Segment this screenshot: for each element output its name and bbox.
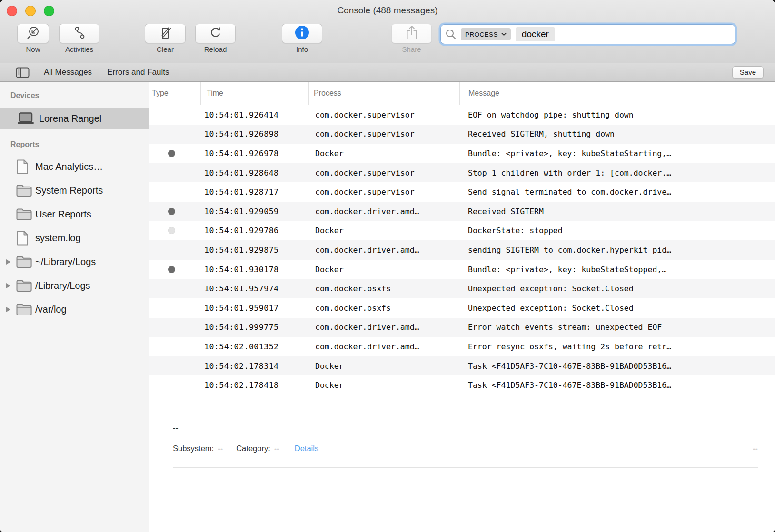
now-button[interactable]: Now (17, 24, 49, 53)
time-cell: 10:54:01.930178 (200, 265, 308, 274)
type-cell (149, 227, 200, 234)
time-cell: 10:54:01.929059 (200, 207, 308, 216)
table-row[interactable]: 10:54:01.957974com.docker.osxfsUnexpecte… (149, 279, 775, 298)
sidebar-item-device[interactable]: Lorena Rangel (0, 108, 149, 129)
type-cell (149, 266, 200, 273)
reload-button[interactable]: Reload (195, 24, 236, 53)
message-cell: Bundle: <private>, key: kubeStateStopped… (459, 265, 775, 274)
process-cell: com.docker.supervisor (308, 129, 459, 138)
activities-button[interactable]: Activities (59, 24, 99, 53)
process-cell: Docker (308, 265, 459, 274)
sidebar-item-system-reports[interactable]: System Reports (0, 178, 149, 202)
sidebar-item-mac-analytics[interactable]: Mac Analytics… (0, 155, 149, 178)
details-link[interactable]: Details (295, 444, 318, 453)
info-icon (295, 25, 309, 42)
message-cell: EOF on watchdog pipe: shutting down (459, 110, 775, 119)
tab-all-messages[interactable]: All Messages (44, 68, 92, 77)
sidebar-item-library-logs[interactable]: /Library/Logs (0, 274, 149, 297)
window-body: Devices Lorena Rangel Reports Mac Analyt… (0, 82, 775, 532)
info-button[interactable]: Info (282, 24, 322, 53)
search-query-token[interactable]: docker (516, 27, 555, 41)
sidebar-report-list: Mac Analytics…System ReportsUser Reports… (0, 155, 149, 321)
clear-icon (158, 26, 172, 42)
log-level-dot (168, 208, 175, 215)
traffic-lights (7, 6, 54, 16)
log-level-dot (168, 150, 175, 157)
column-header-process[interactable]: Process (308, 82, 459, 105)
table-row[interactable]: 10:54:01.926978DockerBundle: <private>, … (149, 144, 775, 163)
detail-message-placeholder: -- (173, 424, 758, 433)
table-row[interactable]: 10:54:02.001352com.docker.driver.amd…Err… (149, 337, 775, 356)
filter-bar: All Messages Errors and Faults Save (0, 63, 775, 82)
sidebar-item-var-log[interactable]: /var/log (0, 297, 149, 321)
table-row[interactable]: 10:54:02.178314DockerTask <F41D5AF3-7C10… (149, 356, 775, 376)
sidebar-heading-devices: Devices (0, 91, 149, 102)
table-row[interactable]: 10:54:01.928648com.docker.supervisorStop… (149, 163, 775, 183)
detail-meta-row: Subsystem: -- Category: -- Details -- (173, 444, 758, 453)
message-cell: Stop 1 children with order 1: [com.docke… (459, 168, 775, 177)
process-cell: Docker (308, 362, 459, 371)
toggle-sidebar-button[interactable] (16, 67, 30, 78)
close-window-button[interactable] (7, 6, 17, 16)
table-row[interactable]: 10:54:01.928717com.docker.supervisorSend… (149, 182, 775, 202)
search-filter-token[interactable]: PROCESS (461, 28, 511, 40)
table-row[interactable]: 10:54:02.178418DockerTask <F41D5AF3-7C10… (149, 375, 775, 395)
disclosure-triangle-icon[interactable] (6, 306, 16, 313)
process-cell: com.docker.driver.amd… (308, 207, 459, 216)
message-cell: DockerState: stopped (459, 226, 775, 235)
toolbar: Now Activities Clear (0, 19, 775, 63)
message-cell: Task <F41D5AF3-7C10-467E-83BB-91BAD0D53B… (459, 381, 775, 390)
table-row[interactable]: 10:54:01.930178DockerBundle: <private>, … (149, 260, 775, 279)
table-row[interactable]: 10:54:01.929875com.docker.driver.amd…sen… (149, 240, 775, 260)
sidebar-item-user-reports[interactable]: User Reports (0, 202, 149, 226)
sidebar-item-library-logs[interactable]: ~/Library/Logs (0, 250, 149, 274)
reload-icon (209, 26, 223, 42)
table-row[interactable]: 10:54:01.926414com.docker.supervisorEOF … (149, 105, 775, 125)
table-row[interactable]: 10:54:01.929786DockerDockerState: stoppe… (149, 221, 775, 241)
category-value: -- (274, 444, 279, 453)
table-row[interactable]: 10:54:01.929059com.docker.driver.amd…Rec… (149, 202, 775, 221)
disclosure-triangle-icon[interactable] (6, 259, 16, 265)
zoom-window-button[interactable] (44, 6, 54, 16)
folder-icon (16, 184, 35, 197)
column-header-time[interactable]: Time (200, 82, 308, 105)
save-button[interactable]: Save (732, 66, 764, 79)
window-chrome: Console (488 messages) Now Activities (0, 0, 775, 63)
time-cell: 10:54:01.926978 (200, 149, 308, 158)
subsystem-label: Subsystem: (173, 444, 214, 453)
time-cell: 10:54:02.001352 (200, 342, 308, 351)
jump-to-now-icon (26, 26, 40, 42)
share-button[interactable]: Share (391, 24, 432, 53)
column-header-type[interactable]: Type (149, 82, 200, 105)
console-window: Console (488 messages) Now Activities (0, 0, 775, 532)
clear-button[interactable]: Clear (145, 24, 186, 53)
sidebar-item-label: System Reports (35, 185, 103, 196)
sidebar-item-label: User Reports (35, 209, 91, 220)
document-icon (16, 231, 35, 246)
search-icon (446, 29, 456, 39)
disclosure-triangle-icon[interactable] (6, 283, 16, 289)
time-cell: 10:54:01.957974 (200, 284, 308, 293)
tab-errors-and-faults[interactable]: Errors and Faults (107, 68, 169, 77)
window-title: Console (488 messages) (0, 0, 775, 16)
table-row[interactable]: 10:54:01.999775com.docker.driver.amd…Err… (149, 318, 775, 337)
message-cell: Unexpected exception: Socket.Closed (459, 284, 775, 293)
type-cell (149, 150, 200, 157)
time-cell: 10:54:01.929786 (200, 226, 308, 235)
time-cell: 10:54:01.928648 (200, 168, 308, 177)
subsystem-value: -- (218, 444, 223, 453)
document-icon (16, 159, 35, 174)
process-cell: Docker (308, 226, 459, 235)
sidebar-item-label: /var/log (35, 304, 67, 315)
column-header-message[interactable]: Message (459, 82, 775, 105)
sidebar-item-label: Mac Analytics… (35, 161, 103, 172)
type-cell (149, 208, 200, 215)
sidebar-item-system-log[interactable]: system.log (0, 226, 149, 250)
minimize-window-button[interactable] (25, 6, 36, 16)
message-cell: Bundle: <private>, key: kubeStateStartin… (459, 149, 775, 158)
table-row[interactable]: 10:54:01.959017com.docker.osxfsUnexpecte… (149, 298, 775, 318)
category-label: Category: (236, 444, 270, 453)
table-row[interactable]: 10:54:01.926898com.docker.supervisorRece… (149, 125, 775, 144)
search-field[interactable]: PROCESS docker (440, 24, 735, 44)
message-cell: Error resync osxfs, waiting 2s before re… (459, 342, 775, 351)
